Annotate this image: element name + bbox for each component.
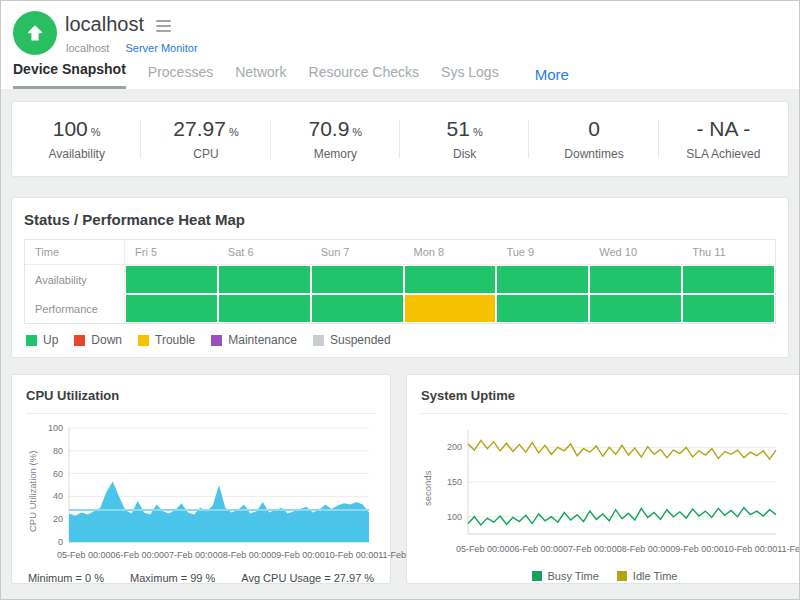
heatmap-cell[interactable] bbox=[125, 265, 218, 294]
svg-text:100: 100 bbox=[447, 512, 462, 522]
summary-stats-card: 100%Availability27.97%CPU70.9%Memory51%D… bbox=[11, 101, 789, 177]
tab-sys-logs[interactable]: Sys Logs bbox=[441, 64, 499, 89]
breadcrumb-monitor-type-link[interactable]: Server Monitor bbox=[125, 42, 197, 54]
heatmap-title: Status / Performance Heat Map bbox=[24, 211, 776, 228]
heatmap-cell[interactable] bbox=[125, 294, 218, 323]
heatmap-header-row: TimeFri 5Sat 6Sun 7Mon 8Tue 9Wed 10Thu 1… bbox=[25, 240, 775, 265]
x-axis-label: 11-Feb 0 bbox=[777, 544, 800, 554]
legend-label: Busy Time bbox=[548, 570, 599, 582]
stat-unit: % bbox=[352, 126, 362, 138]
stat-value: 100% bbox=[53, 117, 101, 141]
stat-memory: 70.9%Memory bbox=[271, 102, 400, 176]
cpu-chart-x-axis-labels: 05-Feb 00:0006-Feb 00:0007-Feb 00:0008-F… bbox=[57, 550, 381, 560]
cpu-chart-canvas: 020406080100 bbox=[39, 422, 375, 546]
x-axis-label: 05-Feb 00:00 bbox=[57, 550, 111, 560]
heatmap-column-header: Fri 5 bbox=[125, 240, 218, 265]
heatmap-legend-label: Trouble bbox=[155, 333, 195, 347]
stat-value: 70.9% bbox=[308, 117, 362, 141]
heatmap-cell[interactable] bbox=[218, 265, 311, 294]
heatmap-cell[interactable] bbox=[496, 294, 589, 323]
legend-idle-time[interactable]: Idle Time bbox=[617, 570, 678, 582]
x-axis-label: 10-Feb 00:00 bbox=[325, 550, 379, 560]
uptime-chart-plot[interactable]: 10015020005-Feb 00:0006-Feb 00:0007-Feb … bbox=[434, 422, 788, 554]
svg-text:20: 20 bbox=[53, 514, 63, 524]
heatmap-cell[interactable] bbox=[682, 294, 775, 323]
tab-processes[interactable]: Processes bbox=[148, 64, 213, 89]
heatmap-legend-suspended: Suspended bbox=[313, 333, 391, 347]
heatmap-cell[interactable] bbox=[496, 265, 589, 294]
tab-more[interactable]: More bbox=[535, 66, 569, 89]
cpu-area-series bbox=[69, 482, 369, 542]
tab-resource-checks[interactable]: Resource Checks bbox=[309, 64, 420, 89]
heatmap-time-header: Time bbox=[25, 240, 125, 265]
menu-hamburger-icon[interactable] bbox=[156, 18, 171, 32]
heatmap-legend-label: Down bbox=[91, 333, 122, 347]
x-axis-label: 08-Feb 00:00 bbox=[218, 550, 272, 560]
stat-label: Disk bbox=[453, 147, 476, 161]
x-axis-label: 07-Feb 00:00 bbox=[563, 544, 617, 554]
app-window: localhost localhost Server Monitor Devic… bbox=[0, 0, 800, 600]
cpu-chart-plot[interactable]: 02040608010005-Feb 00:0006-Feb 00:0007-F… bbox=[39, 422, 381, 560]
stat-value: 27.97% bbox=[173, 117, 238, 141]
cpu-chart-footer: Minimum = 0 %Maximum = 99 %Avg CPU Usage… bbox=[26, 572, 376, 584]
heatmap-cell[interactable] bbox=[311, 265, 404, 294]
tab-device-snapshot[interactable]: Device Snapshot bbox=[13, 61, 126, 89]
stat-unit: % bbox=[473, 126, 483, 138]
uptime-chart-canvas: 100150200 bbox=[434, 422, 784, 540]
heatmap-legend-label: Up bbox=[43, 333, 58, 347]
up-arrow-icon bbox=[24, 22, 46, 44]
monitor-status-avatar bbox=[13, 11, 57, 55]
stat-label: CPU bbox=[193, 147, 218, 161]
heatmap-legend: UpDownTroubleMaintenanceSuspended bbox=[24, 333, 776, 347]
x-axis-label: 06-Feb 00:00 bbox=[510, 544, 564, 554]
heatmap-cell[interactable] bbox=[404, 294, 497, 323]
heatmap-cell[interactable] bbox=[682, 265, 775, 294]
heatmap-legend-label: Maintenance bbox=[228, 333, 297, 347]
heatmap-column-header: Thu 11 bbox=[682, 240, 775, 265]
maintenance-swatch bbox=[211, 335, 222, 346]
x-axis-label: 08-Feb 00:00 bbox=[617, 544, 671, 554]
stat-label: Downtimes bbox=[564, 147, 623, 161]
heatmap-cell[interactable] bbox=[218, 294, 311, 323]
down-swatch bbox=[74, 335, 85, 346]
busy-time-swatch bbox=[532, 571, 542, 581]
heatmap-legend-maintenance: Maintenance bbox=[211, 333, 297, 347]
cpu-chart-title: CPU Utilization bbox=[26, 388, 376, 414]
uptime-y-axis-title: seconds bbox=[421, 422, 434, 554]
stat-value: 51% bbox=[447, 117, 483, 141]
x-axis-label: 06-Feb 00:00 bbox=[111, 550, 165, 560]
header: localhost localhost Server Monitor Devic… bbox=[1, 1, 799, 89]
svg-text:0: 0 bbox=[58, 537, 63, 546]
legend-label: Idle Time bbox=[633, 570, 678, 582]
x-axis-label: 10-Feb 00:00 bbox=[724, 544, 778, 554]
stat-downtimes: 0Downtimes bbox=[529, 102, 658, 176]
system-uptime-card: System Uptime seconds 10015020005-Feb 00… bbox=[406, 374, 800, 584]
heatmap-cell[interactable] bbox=[589, 294, 682, 323]
breadcrumb-monitor-name: localhost bbox=[66, 42, 109, 54]
stat-label: Memory bbox=[314, 147, 357, 161]
stat-availability: 100%Availability bbox=[12, 102, 141, 176]
svg-text:80: 80 bbox=[53, 446, 63, 456]
svg-text:200: 200 bbox=[447, 442, 462, 452]
stat-value: 0 bbox=[588, 117, 600, 141]
heatmap-column-header: Sun 7 bbox=[311, 240, 404, 265]
heatmap-cell[interactable] bbox=[589, 265, 682, 294]
x-axis-label: 05-Feb 00:00 bbox=[456, 544, 510, 554]
heatmap-cell[interactable] bbox=[311, 294, 404, 323]
x-axis-label: 07-Feb 00:00 bbox=[164, 550, 218, 560]
breadcrumb: localhost Server Monitor bbox=[66, 42, 198, 54]
heatmap-column-header: Mon 8 bbox=[404, 240, 497, 265]
heatmap-column-header: Sat 6 bbox=[218, 240, 311, 265]
heatmap-legend-up: Up bbox=[26, 333, 58, 347]
heatmap-column-header: Tue 9 bbox=[496, 240, 589, 265]
heatmap-column-header: Wed 10 bbox=[589, 240, 682, 265]
heatmap-cell[interactable] bbox=[404, 265, 497, 294]
heatmap-row-label: Performance bbox=[25, 294, 125, 323]
idle-time-swatch bbox=[617, 571, 627, 581]
svg-text:60: 60 bbox=[53, 469, 63, 479]
heatmap-table: TimeFri 5Sat 6Sun 7Mon 8Tue 9Wed 10Thu 1… bbox=[24, 239, 776, 324]
tab-network[interactable]: Network bbox=[235, 64, 286, 89]
stat-cpu: 27.97%CPU bbox=[141, 102, 270, 176]
legend-busy-time[interactable]: Busy Time bbox=[532, 570, 599, 582]
cpu-footer-stat: Maximum = 99 % bbox=[130, 572, 215, 584]
